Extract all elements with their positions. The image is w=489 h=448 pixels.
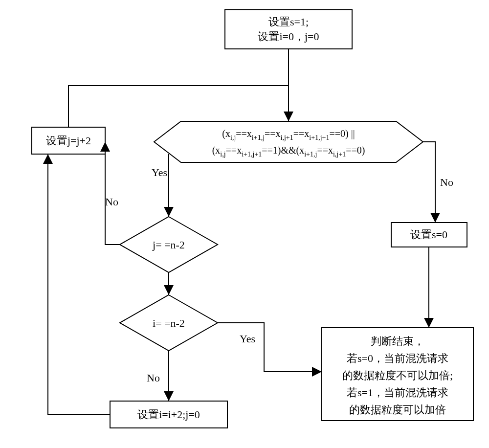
- cond-main-hex: (xi,j==xi+1,j==xi,j+1==xi+1,j+1==0) || (…: [154, 121, 423, 162]
- init-line1: 设置s=1;: [268, 16, 309, 28]
- edge-j-no: [105, 142, 120, 245]
- final-box: 判断结束， 若s=0，当前混洗请求 的数据粒度不可以加倍; 若s=1，当前混洗请…: [322, 328, 473, 421]
- set-i-text: 设置i=i+2;j=0: [137, 408, 200, 421]
- cond-i-diamond: i= =n-2: [120, 295, 218, 351]
- final-l4: 若s=1，当前混洗请求: [347, 386, 448, 399]
- edge-setj-merge: [68, 86, 105, 127]
- cond-j-text: j= =n-2: [152, 239, 185, 251]
- label-hex-yes: Yes: [152, 166, 167, 179]
- set-j-text: 设置j=j+2: [46, 134, 91, 147]
- set-s0-text: 设置s=0: [410, 228, 447, 241]
- set-j-box: 设置j=j+2: [32, 127, 105, 154]
- edge-i-yes: [218, 323, 322, 372]
- label-j-no: No: [105, 196, 118, 208]
- init-box: 设置s=1; 设置i=0，j=0: [225, 10, 352, 49]
- label-i-yes: Yes: [240, 333, 255, 345]
- cond-j-diamond: j= =n-2: [120, 217, 218, 272]
- svg-marker-1: [154, 121, 423, 162]
- final-l2: 若s=0，当前混洗请求: [347, 352, 448, 364]
- final-l3: 的数据粒度不可以加倍;: [342, 369, 453, 381]
- set-s0-box: 设置s=0: [391, 223, 467, 247]
- label-hex-no: No: [440, 176, 453, 188]
- label-i-no: No: [147, 372, 160, 384]
- cond-i-text: i= =n-2: [153, 317, 185, 329]
- edge-hex-no: [423, 142, 435, 223]
- init-line2: 设置i=0，j=0: [258, 30, 319, 43]
- final-l5: 的数据粒度可以加倍: [349, 403, 446, 416]
- set-i-box: 设置i=i+2;j=0: [110, 401, 227, 428]
- final-l1: 判断结束，: [371, 335, 424, 347]
